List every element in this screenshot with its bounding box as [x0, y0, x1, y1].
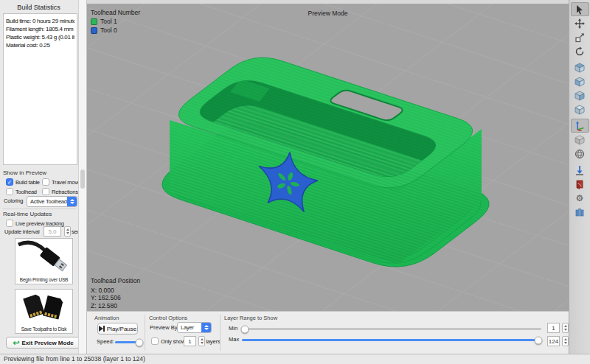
layers-unit-label: layers	[206, 338, 221, 345]
toolhead-x: X: 0.000	[91, 287, 140, 295]
printed-model[interactable]	[162, 57, 489, 267]
coloring-dropdown[interactable]: Active Toolhead	[27, 196, 77, 207]
move-arrows-icon	[575, 18, 585, 29]
min-layer-stepper[interactable]	[562, 323, 569, 333]
usb-cable-icon	[15, 239, 72, 274]
checkbox-icon[interactable]: ✓	[6, 178, 13, 186]
scale-tool[interactable]	[571, 30, 589, 44]
toolheads-button[interactable]	[571, 205, 589, 219]
view-toolbar: ⚙	[569, 0, 590, 354]
only-show-checkbox[interactable]: Only show	[151, 337, 185, 345]
status-bar: Previewing file from line 1 to 25038 (la…	[0, 354, 590, 364]
control-options-label: Control Options	[149, 315, 187, 321]
checkbox-retractions[interactable]: Retractions	[42, 188, 78, 195]
cross-section-icon	[575, 179, 585, 189]
checkbox-icon[interactable]	[6, 188, 13, 195]
toolhead-z: Z: 12.580	[91, 302, 140, 310]
show-in-preview-label: Show in Preview	[3, 169, 46, 176]
min-layer-input[interactable]: 1	[547, 323, 560, 333]
cross-section-tool[interactable]	[571, 177, 589, 191]
axes-icon	[575, 121, 585, 131]
rotate-tool[interactable]	[571, 44, 589, 58]
drop-to-bed-tool[interactable]	[571, 163, 589, 177]
dropdown-arrows-icon	[201, 322, 211, 333]
speed-label: Speed:	[97, 338, 114, 345]
checkbox-icon[interactable]	[6, 220, 13, 227]
divider	[220, 315, 221, 351]
view-right-button[interactable]	[571, 88, 589, 102]
toolheads-icon	[575, 207, 585, 217]
speed-slider[interactable]	[115, 341, 139, 343]
tool0-color-chip	[91, 27, 97, 34]
play-pause-icon	[99, 326, 105, 332]
checkbox-build-table[interactable]: ✓ Build table	[6, 178, 41, 186]
play-pause-button[interactable]: Play/Pause	[97, 323, 138, 335]
machine-settings-button[interactable]: ⚙	[571, 191, 589, 205]
coordinate-axes-toggle[interactable]	[571, 119, 589, 133]
select-tool[interactable]	[571, 2, 589, 16]
toolhead-position: Toolhead Position X: 0.000 Y: 162.506 Z:…	[91, 277, 140, 309]
update-interval-stepper[interactable]	[64, 226, 71, 237]
update-interval-input[interactable]: 5.0	[44, 226, 61, 237]
cursor-icon	[575, 4, 585, 15]
max-layer-input[interactable]: 124	[547, 336, 560, 346]
down-arrow-icon	[575, 165, 585, 175]
begin-printing-usb-button[interactable]: Begin Printing over USB	[15, 238, 73, 284]
exit-preview-mode-button[interactable]: ↩ Exit Preview Mode	[6, 337, 80, 349]
build-stats-box: Build time: 0 hours 29 minutes Filament …	[3, 13, 77, 165]
checkbox-travel-moves[interactable]: Travel moves	[42, 178, 83, 186]
divider	[2, 209, 76, 209]
max-label: Max	[229, 336, 239, 343]
view-front-button[interactable]	[571, 74, 589, 88]
speed-slider-knob[interactable]	[136, 338, 144, 346]
only-show-stepper[interactable]	[198, 336, 205, 346]
back-arrow-icon: ↩	[13, 339, 19, 346]
gear-icon: ⚙	[576, 194, 584, 203]
realtime-updates-label: Real-time Updates	[3, 211, 52, 217]
legend-item-tool0: Tool 0	[91, 27, 140, 34]
only-show-input[interactable]: 1	[184, 336, 196, 346]
stat-filament-length: Filament length: 1805.4 mm	[6, 25, 74, 33]
stat-plastic-weight: Plastic weight: 5.43 g (0.01 lb)	[6, 33, 74, 41]
checkbox-icon[interactable]	[42, 178, 49, 186]
panel-scrollbar[interactable]	[78, 0, 86, 354]
move-tool[interactable]	[571, 16, 589, 30]
preview-by-label: Preview By	[150, 324, 178, 331]
min-layer-slider[interactable]	[242, 328, 541, 330]
rotate-icon	[575, 46, 585, 57]
max-layer-stepper[interactable]	[562, 336, 569, 346]
animation-label: Animation	[94, 315, 119, 321]
scale-icon	[575, 32, 585, 43]
checkbox-toolhead[interactable]: Toolhead	[6, 188, 41, 195]
scrollbar-thumb[interactable]	[80, 169, 85, 189]
preview-control-bar: Animation Play/Pause Speed: Control Opti…	[87, 311, 569, 354]
checkbox-icon[interactable]	[42, 188, 49, 195]
divider	[145, 315, 145, 351]
checkbox-icon[interactable]	[151, 337, 159, 345]
min-slider-knob[interactable]	[241, 325, 249, 333]
preview-3d-viewport[interactable]: Toolhead Number Tool 1 Tool 0 Preview Mo…	[87, 4, 569, 354]
cube-gray-icon	[575, 135, 585, 145]
solid-model-toggle[interactable]	[571, 133, 589, 147]
view-top-button[interactable]	[571, 102, 589, 116]
stat-material-cost: Material cost: 0.25	[6, 41, 74, 49]
build-statistics-panel: Build Statistics Build time: 0 hours 29 …	[0, 0, 87, 354]
coloring-label: Coloring	[4, 197, 23, 204]
toolhead-y: Y: 162.506	[91, 294, 140, 302]
view-iso-button[interactable]	[571, 60, 589, 74]
3d-scene[interactable]	[87, 4, 569, 354]
sd-cards-icon	[15, 290, 72, 323]
max-layer-slider[interactable]	[242, 339, 541, 341]
dropdown-arrows-icon	[67, 196, 77, 207]
wireframe-view-toggle[interactable]	[571, 147, 589, 161]
preview-mode-title: Preview Mode	[87, 10, 569, 17]
legend-item-tool1: Tool 1	[91, 18, 140, 25]
min-label: Min	[229, 325, 237, 332]
max-slider-knob[interactable]	[534, 336, 542, 344]
preview-by-dropdown[interactable]: Layer	[177, 322, 212, 333]
cube-right-icon	[575, 91, 585, 101]
save-toolpaths-disk-button[interactable]: Save Toolpaths to Disk	[15, 289, 73, 334]
update-interval-label: Update interval	[4, 228, 39, 235]
panel-title: Build Statistics	[0, 4, 77, 11]
app-window: Build Statistics Build time: 0 hours 29 …	[0, 0, 590, 364]
